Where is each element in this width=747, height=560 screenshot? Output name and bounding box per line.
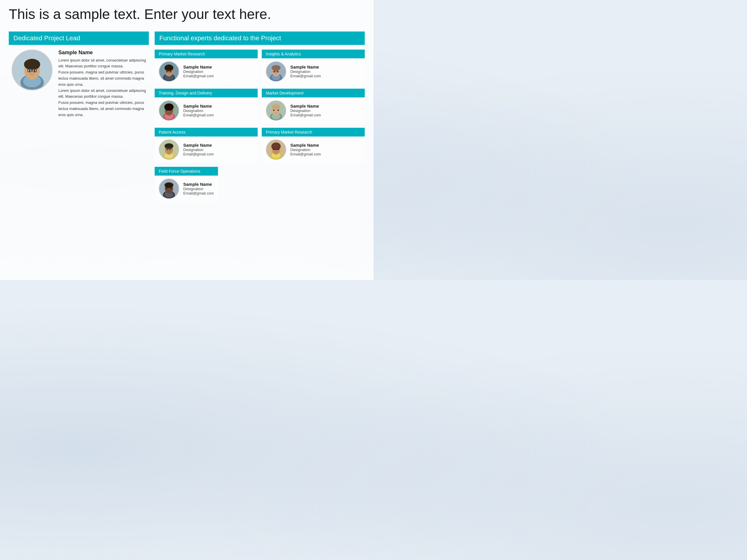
- expert-email-field-force-operations: Email@gmail.com: [183, 191, 214, 195]
- expert-email-patient-access: Email@gmail.com: [183, 152, 214, 156]
- svg-point-25: [170, 71, 171, 72]
- expert-info-primary-market-research-2: Sample Name Designation Email@gmail.com: [290, 143, 321, 156]
- lead-avatar: [12, 50, 53, 90]
- svg-point-52: [273, 109, 275, 111]
- expert-info-patient-access: Sample Name Designation Email@gmail.com: [183, 143, 214, 156]
- expert-avatar-training-design-delivery: [159, 100, 179, 121]
- expert-card-insights-analytics: Sample Name Designation Email@gmail.com: [262, 58, 365, 85]
- svg-point-35: [274, 71, 275, 72]
- svg-point-51: [272, 104, 280, 110]
- expert-avatar-image-5: [159, 140, 179, 159]
- expert-category-patient-access: Patient Access: [155, 128, 258, 163]
- expert-info-insights-analytics: Sample Name Designation Email@gmail.com: [290, 64, 321, 78]
- svg-point-44: [166, 109, 168, 111]
- page-title: This is a sample text. Enter your text h…: [9, 6, 365, 23]
- category-label-field-force-operations: Field Force Operations: [155, 167, 218, 176]
- expert-category-market-development: Market Development: [262, 89, 365, 124]
- category-label-patient-access: Patient Access: [155, 128, 258, 136]
- left-panel: Dedicated Project Lead: [9, 31, 149, 118]
- svg-point-20: [166, 64, 173, 69]
- expert-card-field-force-operations: Sample Name Designation Email@gmail.com: [155, 176, 218, 202]
- expert-info-field-force-operations: Sample Name Designation Email@gmail.com: [183, 182, 214, 195]
- svg-point-31: [272, 65, 280, 71]
- svg-point-59: [164, 143, 173, 149]
- expert-info-training-design-delivery: Sample Name Designation Email@gmail.com: [183, 104, 214, 117]
- svg-point-63: [166, 149, 168, 150]
- expert-avatar-field-force-operations: [159, 179, 179, 199]
- page: This is a sample text. Enter your text h…: [0, 0, 374, 280]
- expert-card-market-development: Sample Name Designation Email@gmail.com: [262, 98, 365, 124]
- main-layout: Dedicated Project Lead: [9, 31, 365, 202]
- experts-grid: Primary Market Research: [155, 50, 365, 202]
- svg-point-72: [273, 149, 275, 150]
- expert-category-field-force-operations: Field Force Operations: [155, 167, 218, 202]
- expert-name-primary-market-research: Sample Name: [183, 64, 214, 70]
- svg-point-10: [34, 70, 35, 72]
- svg-point-6: [26, 59, 38, 66]
- svg-point-71: [273, 143, 280, 148]
- expert-name-patient-access: Sample Name: [183, 143, 214, 148]
- category-label-primary-market-research-2: Primary Market Research: [262, 128, 365, 136]
- expert-card-patient-access: Sample Name Designation Email@gmail.com: [155, 136, 258, 163]
- expert-email-insights-analytics: Email@gmail.com: [290, 74, 321, 78]
- lead-content: Sample Name Lorem ipsum dolor sit amet, …: [9, 50, 149, 118]
- expert-avatar-image-2: [266, 62, 286, 81]
- expert-designation-insights-analytics: Designation: [290, 70, 321, 74]
- expert-category-primary-market-research-2: Primary Market Research: [262, 128, 365, 163]
- expert-name-market-development: Sample Name: [290, 104, 321, 108]
- svg-point-45: [171, 109, 172, 111]
- expert-avatar-patient-access: [159, 139, 179, 160]
- expert-name-primary-market-research-2: Sample Name: [290, 143, 321, 148]
- svg-point-24: [166, 71, 168, 72]
- expert-category-training-design-delivery: Training, Design and Delivery: [155, 89, 258, 124]
- right-panel: Functional experts dedicated to the Proj…: [155, 31, 365, 202]
- svg-point-53: [278, 109, 279, 111]
- category-label-insights-analytics: Insights & Analytics: [262, 50, 365, 58]
- lead-description: Lorem ipsum dolor sit amet, consectetuer…: [58, 57, 146, 118]
- left-section-header: Dedicated Project Lead: [9, 31, 149, 45]
- expert-info-primary-market-research: Sample Name Designation Email@gmail.com: [183, 64, 214, 78]
- expert-designation-field-force-operations: Designation: [183, 187, 214, 191]
- expert-avatar-image-4: [266, 101, 286, 120]
- category-label-market-development: Market Development: [262, 89, 365, 98]
- expert-designation-market-development: Designation: [290, 108, 321, 113]
- category-label-primary-market-research: Primary Market Research: [155, 50, 258, 58]
- lead-text: Sample Name Lorem ipsum dolor sit amet, …: [58, 50, 146, 118]
- expert-name-insights-analytics: Sample Name: [290, 64, 321, 70]
- svg-point-82: [171, 188, 172, 189]
- lead-name: Sample Name: [58, 50, 146, 56]
- expert-info-market-development: Sample Name Designation Email@gmail.com: [290, 104, 321, 117]
- expert-card-primary-market-research: Sample Name Designation Email@gmail.com: [155, 58, 258, 85]
- category-label-training-design-delivery: Training, Design and Delivery: [155, 89, 258, 98]
- expert-designation-training-design-delivery: Designation: [183, 108, 214, 113]
- expert-designation-primary-market-research: Designation: [183, 70, 214, 74]
- expert-name-training-design-delivery: Sample Name: [183, 104, 214, 108]
- expert-avatar-primary-market-research-2: [266, 139, 286, 160]
- svg-point-81: [166, 188, 168, 189]
- expert-avatar-market-development: [266, 100, 286, 121]
- expert-designation-patient-access: Designation: [183, 148, 214, 152]
- expert-card-primary-market-research-2: Sample Name Designation Email@gmail.com: [262, 136, 365, 163]
- expert-category-insights-analytics: Insights & Analytics: [262, 50, 365, 85]
- svg-point-36: [277, 71, 278, 72]
- expert-avatar-primary-market-research: [159, 61, 179, 82]
- expert-email-training-design-delivery: Email@gmail.com: [183, 113, 214, 117]
- expert-designation-primary-market-research-2: Designation: [290, 148, 321, 152]
- expert-email-primary-market-research: Email@gmail.com: [183, 74, 214, 78]
- svg-point-73: [278, 149, 279, 150]
- expert-name-field-force-operations: Sample Name: [183, 182, 214, 187]
- expert-avatar-image-1: [159, 62, 179, 81]
- lead-avatar-image: [12, 50, 52, 89]
- right-section-header: Functional experts dedicated to the Proj…: [155, 31, 365, 45]
- expert-email-primary-market-research-2: Email@gmail.com: [290, 152, 321, 156]
- expert-category-primary-market-research: Primary Market Research: [155, 50, 258, 85]
- expert-email-market-development: Email@gmail.com: [290, 113, 321, 117]
- svg-point-43: [165, 104, 173, 108]
- svg-point-64: [170, 149, 171, 150]
- svg-point-80: [164, 182, 173, 188]
- expert-avatar-image-3: [159, 101, 179, 120]
- expert-avatar-image-6: [266, 140, 286, 159]
- svg-point-9: [29, 70, 31, 72]
- expert-avatar-image-7: [159, 179, 179, 198]
- expert-avatar-insights-analytics: [266, 61, 286, 82]
